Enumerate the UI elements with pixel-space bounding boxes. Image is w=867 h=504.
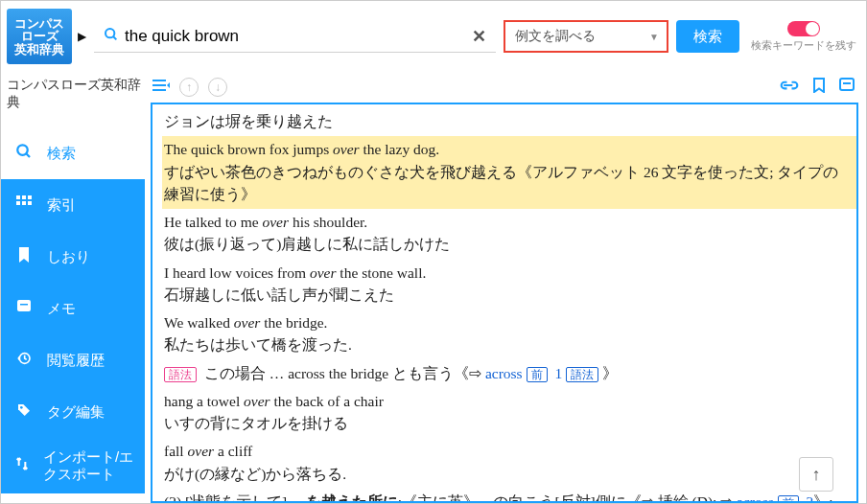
sidebar-item-label: メモ <box>47 300 76 318</box>
sidebar-item-index[interactable]: 索引 <box>1 179 145 231</box>
content-toolbar: ↑ ↓ <box>151 76 858 103</box>
svg-rect-4 <box>16 195 20 199</box>
sidebar-item-bookmark[interactable]: しおり <box>1 231 145 283</box>
search-mode-dropdown[interactable]: 例文を調べる ▼ <box>504 20 668 53</box>
up-arrow-icon[interactable]: ↑ <box>179 78 199 97</box>
search-icon <box>94 27 125 46</box>
sidebar: 検索 索引 しおり メモ 閲覧履歴 タグ編集 <box>1 70 145 503</box>
app-logo: コンパスローズ英和辞典 <box>7 9 72 64</box>
chevron-down-icon: ▼ <box>649 32 659 42</box>
svg-point-0 <box>105 29 114 37</box>
sidebar-item-label: しおり <box>47 248 90 266</box>
cross-ref-link[interactable]: across <box>737 493 774 501</box>
sidebar-item-label: インポート/エクスポート <box>43 448 145 483</box>
svg-rect-6 <box>28 195 32 199</box>
svg-point-2 <box>17 145 28 155</box>
example-highlighted: The quick brown fox jumps over the lazy … <box>162 136 856 209</box>
svg-rect-11 <box>20 304 28 306</box>
svg-rect-5 <box>22 195 26 199</box>
usage-note: 語法 この場合 … across the bridge とも言う《⇨ acros… <box>162 360 856 388</box>
clear-icon[interactable]: ✕ <box>462 26 496 47</box>
cross-ref-link[interactable]: across <box>485 365 523 381</box>
sidebar-item-import-export[interactable]: インポート/エクスポート <box>1 438 145 493</box>
toggle-label: 検索キーワードを残す <box>751 38 856 53</box>
svg-line-1 <box>113 36 116 39</box>
tag-icon <box>14 402 34 422</box>
example-entry: fall over a cliff がけ(の縁など)から落ちる. <box>162 438 856 489</box>
example-entry: hang a towel over the back of a chair いす… <box>162 388 856 439</box>
svg-rect-9 <box>28 201 32 205</box>
sidebar-item-label: 索引 <box>47 196 76 215</box>
dropdown-label: 例文を調べる <box>515 28 596 45</box>
content-scroll[interactable]: ジョンは塀を乗り越えた The quick brown fox jumps ov… <box>152 104 856 501</box>
import-export-icon <box>14 456 30 475</box>
link-icon[interactable] <box>780 79 799 96</box>
down-arrow-icon[interactable]: ↓ <box>208 78 227 97</box>
scroll-top-button[interactable]: ↑ <box>799 457 833 492</box>
logo-dropdown-icon[interactable]: ▶ <box>78 30 86 43</box>
keep-keyword-toggle[interactable] <box>787 21 820 36</box>
sidebar-item-label: タグ編集 <box>47 403 105 422</box>
sidebar-item-history[interactable]: 閲覧履歴 <box>1 334 145 386</box>
svg-point-13 <box>20 406 23 409</box>
sidebar-item-memo[interactable]: メモ <box>1 283 145 334</box>
sidebar-item-label: 閲覧履歴 <box>47 352 105 370</box>
memo-icon[interactable] <box>839 78 855 97</box>
search-icon <box>14 143 34 164</box>
history-icon <box>14 351 34 370</box>
example-jp: ジョンは塀を乗り越えた <box>162 108 856 136</box>
bookmark-icon[interactable] <box>812 78 826 97</box>
note-icon <box>14 299 34 318</box>
svg-rect-7 <box>16 201 20 205</box>
search-button[interactable]: 検索 <box>676 20 739 53</box>
content-panel: ジョンは塀を乗り越えた The quick brown fox jumps ov… <box>151 103 858 503</box>
collapse-icon[interactable] <box>152 79 170 96</box>
grid-icon <box>14 195 34 215</box>
svg-rect-10 <box>17 300 31 311</box>
bookmark-icon <box>14 247 34 266</box>
example-entry: He talked to me over his shoulder. 彼は(振り… <box>162 209 856 260</box>
svg-rect-8 <box>22 201 26 205</box>
sense-entry: (2) [状態を示して] …を越えた所に;《主に英》…の向こう[反対]側に《⇨ … <box>162 489 856 501</box>
sidebar-item-label: 検索 <box>47 145 76 163</box>
sidebar-item-search[interactable]: 検索 <box>1 127 145 179</box>
svg-line-3 <box>26 153 30 157</box>
example-entry: We walked over the bridge. 私たちは歩いて橋を渡った. <box>162 309 856 360</box>
app-name: コンパスローズ英和辞典 <box>7 76 141 110</box>
search-input[interactable] <box>125 21 462 52</box>
sidebar-item-tags[interactable]: タグ編集 <box>1 386 145 438</box>
example-entry: I heard low voices from over the stone w… <box>162 260 856 310</box>
